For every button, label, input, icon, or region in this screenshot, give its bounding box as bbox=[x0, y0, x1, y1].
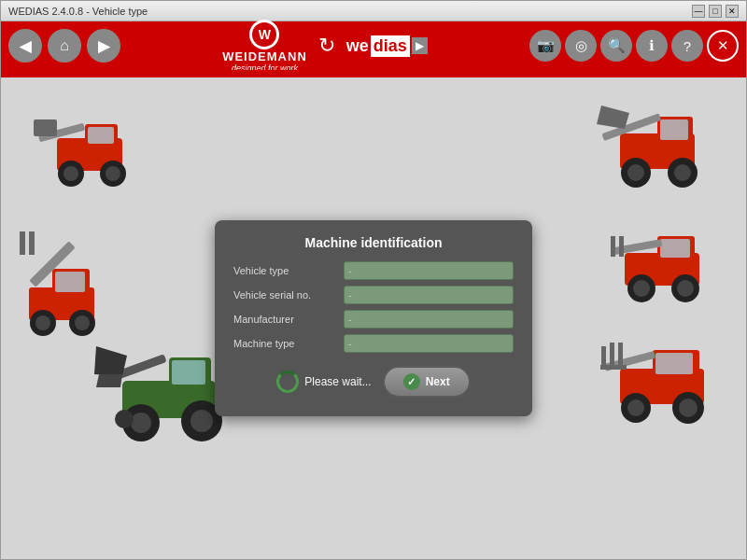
main-window: WEDIAS 2.4.0.8 - Vehicle type — □ ✕ ◀ ⌂ … bbox=[0, 0, 747, 560]
machine-top-left bbox=[29, 105, 150, 199]
svg-rect-61 bbox=[610, 343, 614, 365]
svg-point-65 bbox=[627, 399, 644, 416]
vehicle-type-label: Vehicle type bbox=[233, 265, 336, 276]
svg-point-45 bbox=[190, 410, 213, 432]
back-button[interactable]: ◀ bbox=[8, 29, 42, 63]
machine-type-input[interactable] bbox=[344, 334, 514, 353]
svg-point-6 bbox=[63, 166, 78, 181]
next-button-label: Next bbox=[426, 375, 450, 388]
svg-marker-13 bbox=[597, 105, 629, 129]
machine-mid-right bbox=[606, 217, 727, 311]
machine-top-right bbox=[597, 96, 727, 199]
next-button[interactable]: ✓ Next bbox=[383, 366, 471, 398]
vehicle-serial-input[interactable] bbox=[344, 286, 514, 304]
svg-rect-60 bbox=[601, 346, 606, 365]
svg-rect-22 bbox=[20, 231, 25, 255]
brand-name: WEIDEMANN bbox=[222, 49, 307, 63]
svg-point-37 bbox=[677, 280, 694, 297]
wedias-logo: wedias ▶ bbox=[346, 35, 428, 57]
svg-rect-30 bbox=[660, 239, 690, 258]
wedias-dias: dias bbox=[371, 35, 410, 57]
weidemann-logo: W WEIDEMANN designed for work bbox=[222, 20, 307, 73]
clock-button[interactable]: ◎ bbox=[565, 30, 597, 62]
machine-bottom-right bbox=[597, 329, 737, 441]
manufacturer-label: Manufacturer bbox=[233, 314, 336, 325]
vehicle-type-row: Vehicle type bbox=[233, 261, 514, 280]
svg-rect-32 bbox=[611, 236, 615, 257]
toolbar: ◀ ⌂ ▶ W WEIDEMANN designed for work ↻ we… bbox=[1, 21, 746, 70]
svg-point-15 bbox=[627, 164, 644, 181]
close-button[interactable]: ✕ bbox=[726, 5, 739, 18]
svg-point-25 bbox=[35, 315, 50, 330]
svg-point-17 bbox=[674, 164, 691, 181]
wedias-arrow: ▶ bbox=[412, 37, 428, 54]
svg-rect-33 bbox=[619, 236, 624, 257]
svg-rect-20 bbox=[55, 272, 85, 292]
help-button[interactable]: ? bbox=[671, 30, 703, 62]
dialog-footer: Please wait... ✓ Next bbox=[233, 366, 514, 398]
window-controls: — □ ✕ bbox=[692, 5, 739, 18]
svg-rect-2 bbox=[88, 127, 114, 144]
main-content: SD SRTCDIAG.COM bbox=[1, 77, 746, 559]
home-button[interactable]: ⌂ bbox=[48, 29, 81, 63]
svg-point-35 bbox=[633, 280, 650, 297]
svg-point-8 bbox=[106, 166, 120, 181]
vehicle-serial-row: Vehicle serial no. bbox=[233, 286, 514, 304]
refresh-icon[interactable]: ↻ bbox=[318, 34, 335, 58]
svg-rect-58 bbox=[655, 353, 693, 374]
machine-identification-dialog: Machine identification Vehicle type Vehi… bbox=[215, 220, 532, 416]
maximize-button[interactable]: □ bbox=[709, 5, 722, 18]
red-divider bbox=[1, 70, 746, 77]
machine-type-label: Machine type bbox=[233, 338, 336, 349]
window-title: WEDIAS 2.4.0.8 - Vehicle type bbox=[8, 6, 148, 17]
please-wait-text: Please wait... bbox=[304, 375, 371, 388]
camera-button[interactable]: 📷 bbox=[529, 30, 561, 62]
svg-rect-62 bbox=[618, 343, 623, 365]
manufacturer-input[interactable] bbox=[344, 310, 514, 329]
logo-area: W WEIDEMANN designed for work ↻ wedias ▶ bbox=[126, 20, 524, 73]
minimize-button[interactable]: — bbox=[692, 5, 705, 18]
wedias-we: we bbox=[346, 36, 369, 56]
svg-rect-4 bbox=[34, 119, 57, 136]
loading-spinner bbox=[276, 371, 299, 393]
brand-circle: W bbox=[249, 20, 279, 49]
svg-point-67 bbox=[679, 399, 698, 417]
machine-type-row: Machine type bbox=[233, 334, 514, 353]
toolbar-icons: 📷 ◎ 🔍 ℹ ? ✕ bbox=[529, 30, 739, 62]
exit-button[interactable]: ✕ bbox=[707, 30, 739, 62]
search-button[interactable]: 🔍 bbox=[600, 30, 632, 62]
check-icon: ✓ bbox=[403, 373, 420, 390]
svg-rect-11 bbox=[660, 119, 688, 140]
vehicle-serial-label: Vehicle serial no. bbox=[233, 289, 336, 301]
svg-point-43 bbox=[131, 413, 151, 433]
please-wait-status: Please wait... bbox=[276, 371, 371, 393]
svg-rect-63 bbox=[600, 365, 627, 370]
manufacturer-row: Manufacturer bbox=[233, 310, 514, 329]
forward-button[interactable]: ▶ bbox=[87, 29, 120, 63]
svg-rect-23 bbox=[29, 231, 35, 255]
vehicle-type-input[interactable] bbox=[344, 261, 514, 280]
dialog-title: Machine identification bbox=[233, 235, 514, 250]
svg-rect-40 bbox=[172, 360, 205, 385]
svg-point-46 bbox=[115, 410, 134, 428]
svg-point-27 bbox=[75, 315, 90, 330]
info-button[interactable]: ℹ bbox=[636, 30, 668, 62]
